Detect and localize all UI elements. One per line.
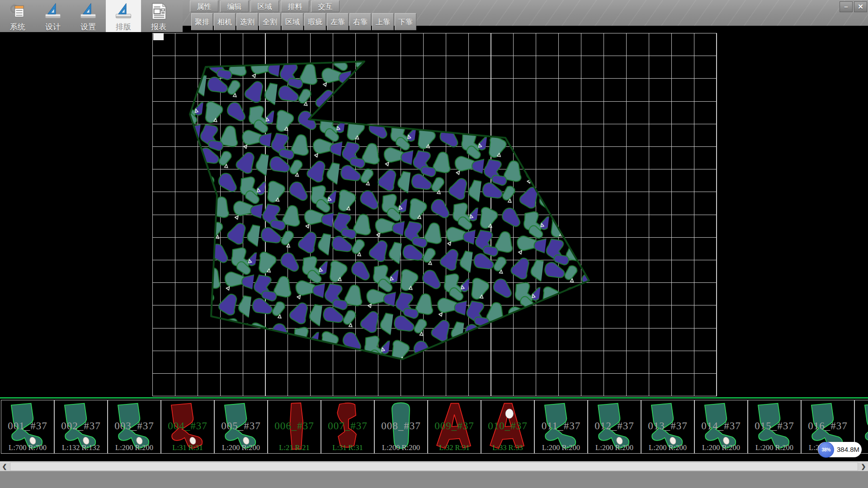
app-tab[interactable]: 报表 xyxy=(141,0,176,32)
menu-bar: 属性 编辑 区域 排料 交互 xyxy=(190,0,340,12)
menu-button[interactable]: 交互 xyxy=(311,0,340,12)
piece-thumbnail[interactable]: 007_#37 L:31 R:31 xyxy=(321,400,374,454)
piece-thumbnail[interactable]: 014_#37 L:200 R:200 xyxy=(694,400,748,454)
piece-shape xyxy=(536,401,586,452)
piece-thumbnail[interactable]: 012_#37 L:200 R:200 xyxy=(588,400,641,454)
set-square-icon xyxy=(79,2,98,21)
piece-thumbnail-strip: 001_#37 L:700 R:700 xyxy=(0,399,868,462)
piece-thumbnail[interactable]: 002_#37 L:132 R:132 xyxy=(54,400,108,454)
app-tab-label: 报表 xyxy=(151,22,166,32)
app-tab-icon xyxy=(113,2,133,21)
canvas-viewport[interactable] xyxy=(0,26,868,399)
nesting-app-window: 系统 xyxy=(0,0,868,488)
app-tab[interactable]: 设置 xyxy=(71,0,106,32)
piece-thumbnail[interactable]: 010_#37 L:33 R:33 xyxy=(481,400,534,454)
set-square-icon xyxy=(43,2,62,21)
tool-button[interactable]: 选割 xyxy=(236,13,258,30)
app-tab-label: 设置 xyxy=(80,22,96,32)
piece-shape xyxy=(429,401,479,452)
tool-button[interactable]: 上靠 xyxy=(372,13,394,30)
app-tab-label: 系统 xyxy=(10,22,25,32)
scrollbar-thumb[interactable] xyxy=(10,462,858,471)
set-square-icon xyxy=(114,2,133,21)
tool-button[interactable]: 下靠 xyxy=(395,13,416,30)
piece-thumbnail[interactable]: 009_#37 L:32 R:31 xyxy=(428,400,481,454)
piece-thumbnail[interactable]: 013_#37 L:200 R:200 xyxy=(641,400,694,454)
piece-thumbnail[interactable]: 006_#37 L:21 R:21 xyxy=(268,400,321,454)
system-gear-icon xyxy=(8,2,27,21)
piece-thumbnail[interactable]: 008_#37 L:200 R:200 xyxy=(374,400,428,454)
minimize-button[interactable]: – xyxy=(840,1,853,12)
menu-button[interactable]: 属性 xyxy=(190,0,218,12)
tool-button[interactable]: 左靠 xyxy=(327,13,349,30)
nested-hide-shape[interactable] xyxy=(0,0,868,399)
piece-shape xyxy=(216,401,266,452)
tool-button[interactable]: 瑕疵 xyxy=(304,13,326,30)
menu-button[interactable]: 编辑 xyxy=(220,0,249,12)
menu-button[interactable]: 排料 xyxy=(281,0,309,12)
tool-button[interactable]: 聚排 xyxy=(191,13,213,30)
scroll-right-arrow-icon[interactable]: ❯ xyxy=(859,462,868,471)
piece-shape xyxy=(376,401,426,452)
app-tab-label: 设计 xyxy=(45,22,61,32)
piece-thumbnail[interactable]: 005_#37 L:200 R:200 xyxy=(214,400,268,454)
tool-button[interactable]: 右靠 xyxy=(349,13,371,30)
piece-shape xyxy=(323,401,373,452)
tool-button[interactable]: 相机 xyxy=(214,13,236,30)
piece-thumbnail[interactable]: 011_#37 L:200 R:200 xyxy=(534,400,588,454)
piece-shape xyxy=(269,401,319,452)
piece-shape xyxy=(590,401,639,452)
piece-thumbnail[interactable]: 015_#37 L:200 R:200 xyxy=(748,400,801,454)
app-tab-icon xyxy=(43,2,63,21)
report-document-icon xyxy=(149,2,168,21)
piece-shape xyxy=(750,401,799,452)
piece-thumbnail[interactable]: 004_#37 L:31 R:31 xyxy=(161,400,214,454)
thumbnail-list: 001_#37 L:700 R:700 xyxy=(1,400,868,454)
piece-thumbnail[interactable]: 003_#37 L:200 R:200 xyxy=(108,400,161,454)
horizontal-scrollbar[interactable]: ❮ ❯ xyxy=(0,461,868,471)
hide-outline xyxy=(190,61,589,359)
piece-shape xyxy=(643,401,693,452)
app-tab[interactable]: 系统 xyxy=(0,0,35,32)
progress-memory-badge: 38% 384.8M xyxy=(818,442,862,457)
piece-shape xyxy=(483,401,533,452)
piece-shape xyxy=(56,401,106,452)
close-button[interactable]: ✕ xyxy=(854,1,867,12)
tool-button[interactable]: 区域 xyxy=(282,13,303,30)
scroll-left-arrow-icon[interactable]: ❮ xyxy=(0,462,9,471)
piece-shape xyxy=(109,401,159,452)
menu-button[interactable]: 区域 xyxy=(250,0,279,12)
progress-percent: 38% xyxy=(818,442,834,458)
piece-shape xyxy=(163,401,212,452)
memory-usage: 384.8M xyxy=(837,442,859,457)
app-tab-icon xyxy=(149,2,169,21)
piece-shape xyxy=(696,401,746,452)
piece-shape xyxy=(3,401,52,452)
app-tab-bar: 系统 xyxy=(0,0,183,32)
app-tab-label: 排版 xyxy=(116,22,131,32)
app-tab-icon xyxy=(8,2,28,21)
app-tab[interactable]: 设计 xyxy=(35,0,71,32)
piece-thumbnail[interactable]: 001_#37 L:700 R:700 xyxy=(1,400,54,454)
tool-bar: 聚排 相机 选割 全割 区域 瑕疵 左靠 右靠 上靠 下靠 xyxy=(191,13,416,30)
app-tab[interactable]: 排版 xyxy=(106,0,141,32)
tool-button[interactable]: 全割 xyxy=(259,13,281,30)
status-bar xyxy=(0,471,868,488)
app-tab-icon xyxy=(78,2,98,21)
